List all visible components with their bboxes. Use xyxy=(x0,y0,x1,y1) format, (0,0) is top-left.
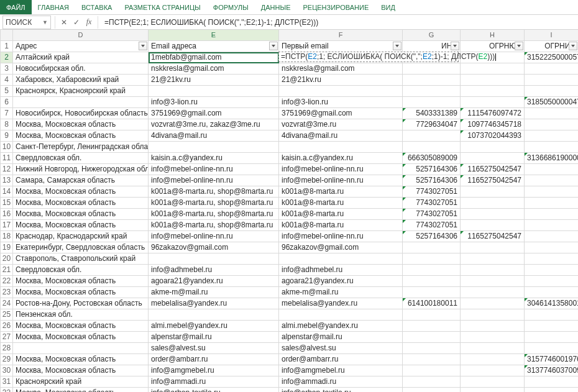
cell-G[interactable] xyxy=(403,332,461,343)
cell-G[interactable] xyxy=(403,142,461,153)
cell-D[interactable]: Санкт-Петербург, Ленинградская область xyxy=(13,142,149,153)
cell-I[interactable] xyxy=(525,332,579,343)
tab-insert[interactable]: ВСТАВКА xyxy=(75,0,118,14)
cell-I[interactable] xyxy=(525,130,579,142)
cell-G[interactable] xyxy=(403,86,461,97)
cell-D[interactable]: Ставрополь, Ставропольский край xyxy=(13,253,149,265)
row-header[interactable]: 10 xyxy=(1,142,13,153)
tab-review[interactable]: РЕЦЕНЗИРОВАНИЕ xyxy=(296,0,375,14)
cell-I[interactable] xyxy=(525,242,579,253)
cell-F[interactable] xyxy=(279,142,403,153)
select-all-corner[interactable] xyxy=(1,30,13,41)
row-header[interactable]: 5 xyxy=(1,86,13,97)
header-cell-G[interactable]: ИНН xyxy=(403,41,461,52)
cell-D[interactable]: Москва, Московская область xyxy=(13,220,149,231)
cell-G[interactable]: 7743027051 xyxy=(403,220,461,231)
cell-G[interactable]: 5403331389 xyxy=(403,108,461,119)
cell-H[interactable] xyxy=(461,321,525,332)
cell-D[interactable]: Красноярский край xyxy=(13,376,149,388)
cell-G[interactable] xyxy=(403,376,461,388)
row-header[interactable]: 3 xyxy=(1,63,13,75)
cell-D[interactable]: Пензенская обл. xyxy=(13,309,149,321)
row-header[interactable]: 19 xyxy=(1,242,13,253)
cell-E[interactable]: alpenstar@mail.ru xyxy=(149,332,279,343)
row-header[interactable]: 16 xyxy=(1,209,13,220)
cell-H[interactable] xyxy=(461,198,525,209)
cell-H[interactable] xyxy=(461,343,525,354)
cell-I[interactable] xyxy=(525,309,579,321)
cell-H[interactable] xyxy=(461,388,525,393)
cell-H[interactable] xyxy=(461,242,525,253)
row-header[interactable]: 1 xyxy=(1,41,13,52)
cell-E[interactable]: info@mebel-online-nn.ru xyxy=(149,175,279,186)
cell-I[interactable] xyxy=(525,265,579,276)
cell-I[interactable]: 31377460370096 xyxy=(525,365,579,376)
cell-G[interactable] xyxy=(403,265,461,276)
row-header[interactable]: 17 xyxy=(1,220,13,231)
cell-I[interactable] xyxy=(525,287,579,298)
cell-E[interactable]: info@3-lion.ru xyxy=(149,97,279,108)
cell-E[interactable]: 4divana@mail.ru xyxy=(149,130,279,142)
cell-H[interactable] xyxy=(461,332,525,343)
cell-G[interactable] xyxy=(403,242,461,253)
row-header[interactable]: 20 xyxy=(1,253,13,265)
cell-H[interactable] xyxy=(461,365,525,376)
cell-H[interactable]: 1165275042547 xyxy=(461,175,525,186)
row-header[interactable]: 4 xyxy=(1,75,13,86)
tab-file[interactable]: ФАЙЛ xyxy=(0,0,32,14)
cell-D[interactable]: Москва, Московская область xyxy=(13,388,149,393)
row-header[interactable]: 13 xyxy=(1,175,13,186)
header-cell-F[interactable]: Первый email xyxy=(279,41,403,52)
cell-G[interactable]: 7729634047 xyxy=(403,119,461,130)
cell-H[interactable] xyxy=(461,298,525,309)
cell-H[interactable] xyxy=(461,186,525,198)
cell-G[interactable]: 614100180011 xyxy=(403,298,461,309)
cell-I[interactable]: 31850500000474 xyxy=(525,97,579,108)
cell-G[interactable]: 666305089009 xyxy=(403,153,461,164)
row-header[interactable]: 26 xyxy=(1,321,13,332)
worksheet-grid[interactable]: D E F G H I 1АдресEmail адресаПервый ema… xyxy=(0,30,578,392)
cell-D[interactable]: Москва, Московская область xyxy=(13,365,149,376)
cell-G[interactable] xyxy=(403,130,461,142)
cell-E[interactable]: k001a@8-marta.ru, shop@8marta.ru xyxy=(149,220,279,231)
cell-F[interactable]: info@3-lion.ru xyxy=(279,97,403,108)
col-header-E[interactable]: E xyxy=(149,30,279,41)
cell-D[interactable] xyxy=(13,97,149,108)
row-header[interactable]: 28 xyxy=(1,343,13,354)
tab-formulas[interactable]: ФОРМУЛЫ xyxy=(207,0,255,14)
cell-D[interactable]: Москва, Московская область xyxy=(13,354,149,365)
cell-G[interactable]: 7743027051 xyxy=(403,209,461,220)
cell-H[interactable] xyxy=(461,276,525,287)
cell-F[interactable] xyxy=(279,253,403,265)
cell-H[interactable] xyxy=(461,86,525,97)
cell-I[interactable] xyxy=(525,388,579,393)
cell-E[interactable]: 1mebfab@gmail.com xyxy=(149,52,279,63)
filter-button[interactable] xyxy=(139,42,147,50)
cell-F[interactable]: info@mebel-online-nn.ru xyxy=(279,231,403,242)
row-header[interactable]: 8 xyxy=(1,119,13,130)
name-box[interactable]: ПОИСК ▼ xyxy=(2,16,51,29)
row-header[interactable]: 21 xyxy=(1,265,13,276)
cell-F[interactable]: k001a@8-marta.ru xyxy=(279,186,403,198)
cell-I[interactable] xyxy=(525,253,579,265)
cell-D[interactable]: Нижний Новгород, Нижегородская обла xyxy=(13,164,149,175)
cell-E[interactable]: info@mebel-online-nn.ru xyxy=(149,164,279,175)
cell-F[interactable]: k001a@8-marta.ru xyxy=(279,209,403,220)
cell-H[interactable] xyxy=(461,376,525,388)
cell-G[interactable] xyxy=(403,63,461,75)
tab-page-layout[interactable]: РАЗМЕТКА СТРАНИЦЫ xyxy=(118,0,206,14)
cell-E[interactable]: agoara21@yandex.ru xyxy=(149,276,279,287)
cell-F[interactable]: info@adhmebel.ru xyxy=(279,265,403,276)
cell-E[interactable]: 21@21kv.ru xyxy=(149,75,279,86)
cell-I[interactable] xyxy=(525,343,579,354)
cell-E[interactable]: sales@alvest.su xyxy=(149,343,279,354)
cell-F[interactable]: order@ambarr.ru xyxy=(279,354,403,365)
cell-I[interactable] xyxy=(525,209,579,220)
cell-H[interactable] xyxy=(461,253,525,265)
header-cell-H[interactable]: ОГРНЮЛ xyxy=(461,41,525,52)
cell-E[interactable] xyxy=(149,253,279,265)
cell-F[interactable]: mebelalisa@yandex.ru xyxy=(279,298,403,309)
cell-I[interactable]: 31522250000574 xyxy=(525,52,579,63)
cell-D[interactable]: Красноярск, Красноярский край xyxy=(13,86,149,97)
col-header-H[interactable]: H xyxy=(461,30,525,41)
